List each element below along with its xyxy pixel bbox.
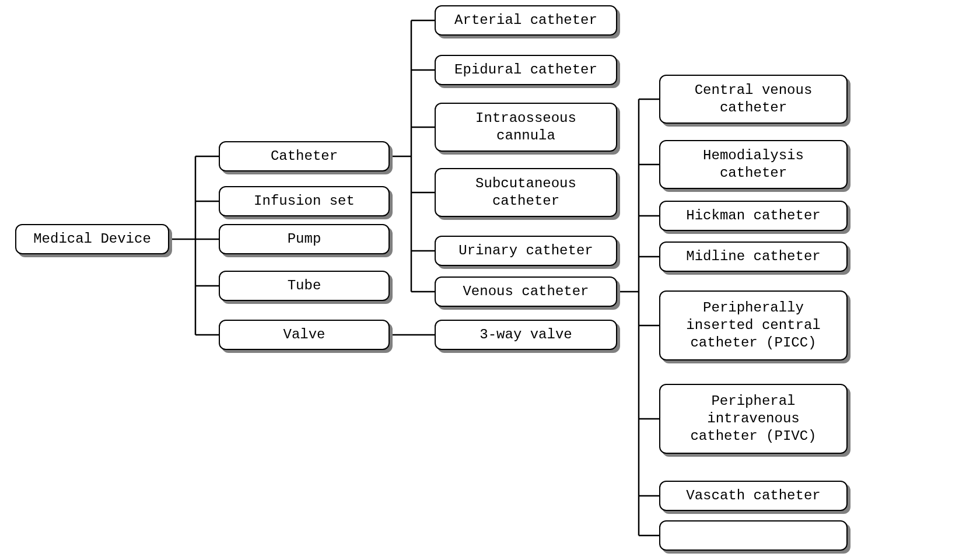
node-hemodialysis-catheter: Hemodialysis catheter <box>659 140 848 189</box>
node-infusion-set: Infusion set <box>219 186 390 216</box>
node-urinary-catheter: Urinary catheter <box>435 236 617 266</box>
node-subcutaneous-catheter: Subcutaneous catheter <box>435 168 617 217</box>
node-hickman-catheter: Hickman catheter <box>659 201 848 231</box>
node-3-way-valve: 3-way valve <box>435 320 617 350</box>
node-valve: Valve <box>219 320 390 350</box>
node-medical-device: Medical Device <box>15 224 169 254</box>
node-midline-catheter: Midline catheter <box>659 242 848 272</box>
tree-diagram: Medical Device Catheter Infusion set Pum… <box>0 0 973 560</box>
node-epidural-catheter: Epidural catheter <box>435 55 617 85</box>
node-tube: Tube <box>219 271 390 301</box>
node-picc: Peripherally inserted central catheter (… <box>659 290 848 360</box>
node-pump: Pump <box>219 224 390 254</box>
node-arterial-catheter: Arterial catheter <box>435 5 617 36</box>
node-intraosseous-cannula: Intraosseous cannula <box>435 103 617 152</box>
node-extra-hidden <box>659 520 848 551</box>
node-pivc: Peripheral intravenous catheter (PIVC) <box>659 384 848 454</box>
node-catheter: Catheter <box>219 141 390 172</box>
node-venous-catheter: Venous catheter <box>435 276 617 307</box>
node-central-venous-catheter: Central venous catheter <box>659 75 848 124</box>
node-vascath-catheter: Vascath catheter <box>659 481 848 511</box>
